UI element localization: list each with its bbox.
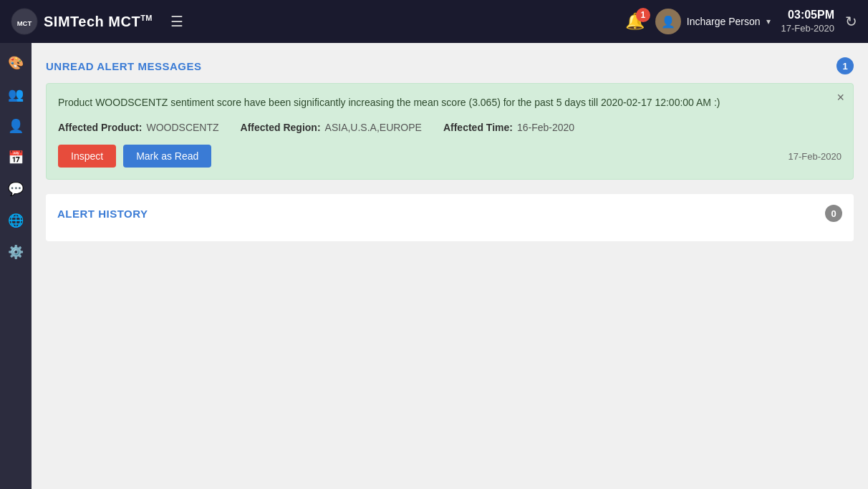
avatar: 👤 — [655, 9, 681, 34]
main-layout: 🎨 👥 👤 📅 💬 🌐 ⚙️ UNREAD ALERT MESSAGES 1 ×… — [0, 43, 868, 489]
bell-badge: 1 — [636, 8, 650, 22]
affected-product-field: Affected Product: WOODSCENTZ — [58, 122, 219, 133]
affected-time-label: Affected Time: — [443, 122, 513, 133]
sidebar: 🎨 👥 👤 📅 💬 🌐 ⚙️ — [0, 43, 32, 489]
affected-product-label: Affected Product: — [58, 122, 142, 133]
svg-text:MCT: MCT — [17, 19, 32, 27]
unread-count-badge: 1 — [836, 57, 854, 74]
sidebar-item-calendar[interactable]: 📅 — [3, 145, 29, 170]
alert-card: × Product WOODSCENTZ sentiment score hav… — [46, 83, 854, 180]
history-count-badge: 0 — [825, 205, 842, 222]
sidebar-item-palette[interactable]: 🎨 — [3, 50, 29, 76]
hamburger-icon[interactable]: ☰ — [170, 13, 183, 30]
incharge-name: Incharge Person — [687, 16, 761, 27]
navbar: MCT SIMTech MCTTM ☰ 🔔 1 👤 Incharge Perso… — [0, 0, 868, 43]
refresh-icon[interactable]: ↻ — [845, 13, 857, 30]
affected-time-value: 16-Feb-2020 — [517, 122, 574, 133]
sidebar-item-globe[interactable]: 🌐 — [3, 208, 29, 233]
app-title: SIMTech MCTTM — [44, 14, 153, 30]
navbar-right: 🔔 1 👤 Incharge Person ▾ 03:05PM 17-Feb-2… — [625, 8, 857, 35]
logo: MCT SIMTech MCTTM — [11, 8, 153, 35]
sidebar-item-settings[interactable]: ⚙️ — [3, 239, 29, 265]
current-date: 17-Feb-2020 — [781, 23, 834, 35]
alert-message: Product WOODSCENTZ sentiment score have … — [58, 95, 842, 110]
datetime-display: 03:05PM 17-Feb-2020 — [781, 8, 834, 35]
affected-time-field: Affected Time: 16-Feb-2020 — [443, 122, 574, 133]
chevron-down-icon: ▾ — [766, 16, 771, 26]
sidebar-item-chat[interactable]: 💬 — [3, 176, 29, 202]
logo-icon: MCT — [11, 8, 38, 35]
current-time: 03:05PM — [781, 8, 834, 23]
history-section: ALERT HISTORY 0 — [46, 194, 854, 241]
affected-product-value: WOODSCENTZ — [146, 122, 218, 133]
affected-region-label: Affected Region: — [241, 122, 321, 133]
alert-actions: Inspect Mark as Read 17-Feb-2020 — [58, 145, 842, 168]
affected-region-value: ASIA,U.S.A,EUROPE — [325, 122, 422, 133]
unread-section-title: UNREAD ALERT MESSAGES — [46, 60, 201, 72]
alert-buttons: Inspect Mark as Read — [58, 145, 211, 168]
alert-fields: Affected Product: WOODSCENTZ Affected Re… — [58, 122, 842, 133]
close-icon[interactable]: × — [836, 91, 844, 104]
history-section-title: ALERT HISTORY — [57, 208, 148, 220]
sidebar-item-user[interactable]: 👤 — [3, 113, 29, 139]
unread-section-header: UNREAD ALERT MESSAGES 1 — [46, 57, 854, 74]
main-content: UNREAD ALERT MESSAGES 1 × Product WOODSC… — [32, 43, 868, 489]
inspect-button[interactable]: Inspect — [58, 145, 116, 168]
affected-region-field: Affected Region: ASIA,U.S.A,EUROPE — [241, 122, 422, 133]
incharge-dropdown[interactable]: 👤 Incharge Person ▾ — [655, 9, 771, 34]
alert-date: 17-Feb-2020 — [789, 151, 842, 162]
sidebar-item-group[interactable]: 👥 — [3, 82, 29, 107]
history-section-header: ALERT HISTORY 0 — [57, 205, 842, 222]
bell-button[interactable]: 🔔 1 — [625, 12, 645, 31]
mark-as-read-button[interactable]: Mark as Read — [123, 145, 211, 168]
